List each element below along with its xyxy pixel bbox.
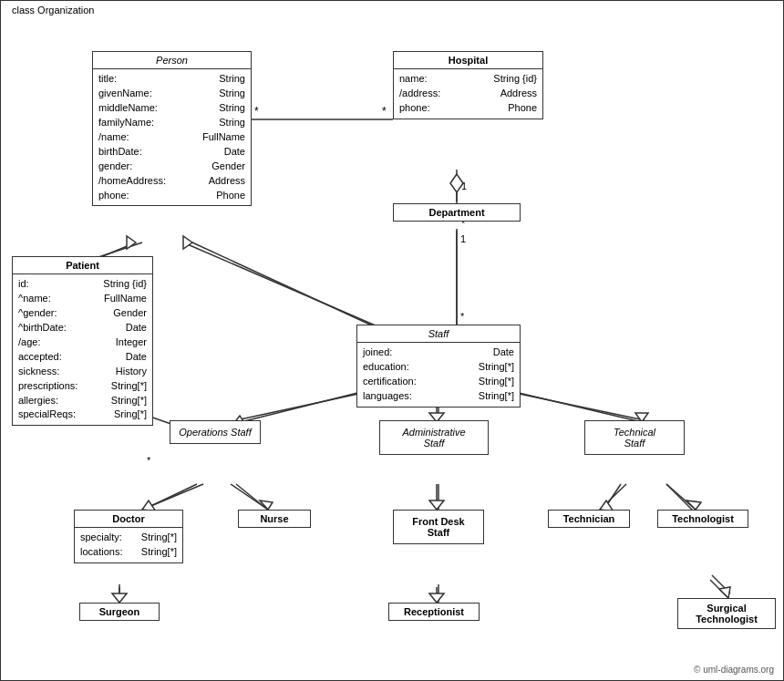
svg-text:1: 1 bbox=[461, 181, 467, 191]
front-desk-staff-class: Front DeskStaff bbox=[393, 510, 484, 544]
svg-line-11 bbox=[666, 484, 694, 511]
doctor-header: Doctor bbox=[75, 511, 182, 528]
administrative-staff-class: AdministrativeStaff bbox=[379, 420, 489, 455]
nurse-class: Nurse bbox=[238, 510, 311, 528]
svg-line-8 bbox=[236, 484, 270, 511]
svg-line-52 bbox=[710, 580, 728, 598]
svg-line-46 bbox=[666, 484, 696, 510]
person-header: Person bbox=[93, 52, 251, 69]
svg-text:*: * bbox=[382, 105, 387, 118]
diagram-title: class Organization bbox=[8, 5, 98, 15]
person-body: title:String givenName:String middleName… bbox=[93, 69, 251, 205]
staff-header: Staff bbox=[357, 325, 520, 343]
svg-marker-19 bbox=[450, 174, 463, 192]
svg-marker-28 bbox=[183, 236, 192, 249]
svg-text:*: * bbox=[460, 311, 465, 322]
doctor-class: Doctor specialty:String[*] locations:Str… bbox=[74, 510, 183, 563]
svg-line-44 bbox=[600, 484, 626, 510]
operations-staff-class: Operations Staff bbox=[170, 420, 261, 444]
receptionist-header: Receptionist bbox=[389, 604, 479, 620]
technologist-class: Technologist bbox=[657, 510, 748, 528]
surgical-technologist-class: SurgicalTechnologist bbox=[677, 598, 776, 629]
svg-marker-47 bbox=[686, 500, 701, 510]
patient-header: Patient bbox=[13, 257, 152, 274]
department-class: Department bbox=[393, 203, 521, 222]
patient-class: Patient id:String {id} ^name:FullName ^g… bbox=[12, 256, 153, 426]
technician-class: Technician bbox=[548, 510, 630, 528]
svg-line-7 bbox=[139, 484, 197, 511]
svg-marker-51 bbox=[429, 593, 444, 603]
hospital-class: Hospital name:String {id} /address:Addre… bbox=[393, 51, 543, 119]
surgeon-class: Surgeon bbox=[79, 603, 160, 621]
technician-header: Technician bbox=[549, 511, 629, 527]
nurse-header: Nurse bbox=[239, 511, 310, 527]
svg-line-40 bbox=[231, 484, 268, 510]
operations-staff-header: Operations Staff bbox=[170, 421, 260, 443]
patient-body: id:String {id} ^name:FullName ^gender:Ge… bbox=[13, 274, 152, 425]
copyright: © uml-diagrams.org bbox=[694, 665, 774, 675]
svg-line-38 bbox=[142, 484, 203, 510]
technical-staff-header: TechnicalStaff bbox=[585, 421, 684, 454]
svg-line-1 bbox=[183, 242, 384, 329]
svg-marker-43 bbox=[429, 500, 444, 510]
person-class: Person title:String givenName:String mid… bbox=[92, 51, 252, 206]
surgical-technologist-header: SurgicalTechnologist bbox=[678, 599, 775, 628]
svg-text:*: * bbox=[254, 105, 259, 118]
receptionist-class: Receptionist bbox=[388, 603, 480, 621]
doctor-body: specialty:String[*] locations:String[*] bbox=[75, 528, 182, 562]
svg-text:1: 1 bbox=[460, 233, 466, 244]
svg-marker-26 bbox=[127, 236, 136, 249]
department-header: Department bbox=[394, 204, 520, 221]
svg-marker-49 bbox=[112, 593, 127, 603]
svg-text:*: * bbox=[147, 455, 151, 466]
hospital-header: Hospital bbox=[394, 52, 542, 69]
svg-line-27 bbox=[192, 242, 384, 331]
svg-line-10 bbox=[603, 484, 621, 511]
staff-class: Staff joined:Date education:String[*] ce… bbox=[356, 325, 521, 408]
svg-marker-53 bbox=[719, 587, 730, 598]
staff-body: joined:Date education:String[*] certific… bbox=[357, 343, 520, 407]
hospital-body: name:String {id} /address:Address phone:… bbox=[394, 69, 542, 119]
svg-marker-41 bbox=[260, 500, 273, 510]
svg-line-14 bbox=[712, 575, 730, 593]
technologist-header: Technologist bbox=[658, 511, 748, 527]
technical-staff-class: TechnicalStaff bbox=[584, 420, 685, 455]
administrative-staff-header: AdministrativeStaff bbox=[380, 421, 488, 454]
front-desk-staff-header: Front DeskStaff bbox=[394, 511, 483, 543]
surgeon-header: Surgeon bbox=[80, 604, 159, 620]
diagram-container: class Organization bbox=[0, 0, 784, 681]
